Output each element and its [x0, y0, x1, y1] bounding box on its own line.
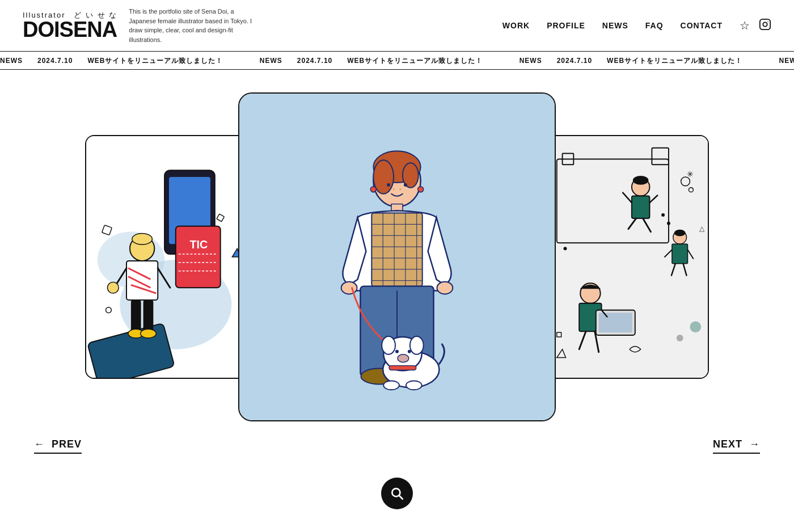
svg-point-1 — [763, 22, 767, 26]
center-card — [238, 92, 556, 421]
svg-point-72 — [633, 176, 649, 185]
svg-rect-69 — [652, 148, 669, 165]
svg-point-86 — [674, 230, 686, 237]
svg-point-61 — [410, 336, 424, 354]
svg-point-63 — [408, 350, 411, 353]
site-header: Illustrator ど い せ な DOISENA This is the … — [0, 0, 794, 52]
svg-rect-100 — [557, 332, 561, 337]
ticker-item: NEWS 2024.7.10 WEBサイトをリニューアル致しました！ — [779, 57, 794, 65]
svg-rect-81 — [599, 313, 632, 333]
next-button[interactable]: NEXT → — [713, 438, 760, 454]
svg-rect-26 — [102, 225, 112, 235]
nav-icons: ☆ — [740, 18, 771, 33]
ticker-bar: NEWS 2024.7.10 WEBサイトをリニューアル致しました！ NEWS … — [0, 52, 794, 70]
svg-text:△: △ — [699, 225, 705, 233]
svg-point-97 — [661, 213, 665, 217]
logo: Illustrator ど い せ な DOISENA — [23, 11, 117, 40]
nav-faq[interactable]: FAQ — [645, 21, 664, 30]
svg-line-91 — [683, 264, 687, 276]
svg-point-29 — [106, 307, 112, 313]
nav-news[interactable]: NEWS — [602, 21, 628, 30]
svg-point-99 — [564, 247, 567, 250]
nav-contact[interactable]: CONTACT — [681, 21, 723, 30]
prev-card: TIC — [85, 135, 250, 379]
svg-point-93 — [689, 188, 693, 192]
next-illustration: ✳ △ — [546, 136, 708, 378]
svg-point-37 — [404, 183, 407, 187]
svg-rect-0 — [760, 19, 770, 29]
nav-profile[interactable]: PROFILE — [547, 21, 585, 30]
svg-rect-21 — [131, 300, 141, 333]
svg-point-2 — [767, 21, 768, 22]
svg-point-60 — [382, 336, 395, 354]
svg-text:✳: ✳ — [687, 170, 694, 179]
svg-marker-96 — [557, 349, 566, 358]
svg-line-75 — [649, 196, 657, 203]
ticker-item: NEWS 2024.7.10 WEBサイトをリニューアル致しました！ — [0, 57, 223, 65]
svg-rect-43 — [371, 213, 422, 286]
svg-rect-65 — [389, 366, 416, 370]
svg-rect-87 — [672, 244, 688, 264]
prev-label: PREV — [52, 438, 82, 450]
ticker-item: NEWS 2024.7.10 WEBサイトをリニューアル致しました！ — [520, 57, 742, 65]
main-nav: WORK PROFILE NEWS FAQ CONTACT ☆ — [502, 18, 771, 33]
svg-point-36 — [387, 183, 390, 187]
svg-point-64 — [398, 354, 409, 362]
arrow-prev-icon: ← — [34, 438, 45, 450]
svg-line-74 — [623, 193, 632, 203]
svg-point-67 — [406, 381, 422, 390]
next-label: NEXT — [713, 438, 742, 450]
svg-point-98 — [667, 222, 670, 225]
prev-illustration: TIC — [86, 136, 248, 378]
svg-point-14 — [132, 234, 153, 245]
svg-point-41 — [341, 282, 357, 294]
svg-line-88 — [665, 250, 672, 257]
nav-work[interactable]: WORK — [502, 21, 530, 30]
svg-point-39 — [399, 188, 401, 190]
site-description: This is the portfolio site of Sena Doi, … — [129, 7, 254, 44]
svg-point-42 — [437, 282, 453, 294]
logo-group: Illustrator ど い せ な DOISENA This is the … — [23, 7, 254, 44]
svg-point-24 — [141, 329, 157, 338]
instagram-icon[interactable] — [759, 18, 771, 33]
logo-main: DOISENA — [23, 19, 117, 40]
arrow-next-icon: → — [749, 438, 760, 450]
prev-button[interactable]: ← PREV — [34, 438, 82, 454]
svg-point-94 — [690, 321, 701, 332]
svg-point-38 — [393, 188, 395, 190]
svg-point-62 — [395, 350, 399, 353]
svg-point-66 — [383, 381, 399, 390]
svg-rect-27 — [217, 214, 224, 221]
svg-point-25 — [107, 282, 119, 293]
carousel-section: TIC — [0, 70, 794, 433]
svg-point-35 — [418, 187, 424, 192]
svg-rect-73 — [632, 196, 650, 218]
next-card: ✳ △ — [544, 135, 709, 379]
center-illustration — [239, 94, 555, 420]
svg-line-89 — [687, 250, 693, 259]
ticker-item: NEWS 2024.7.10 WEBサイトをリニューアル致しました！ — [260, 57, 483, 65]
svg-rect-7 — [176, 226, 221, 288]
bookmark-icon[interactable]: ☆ — [740, 19, 750, 32]
svg-line-90 — [671, 264, 675, 276]
svg-point-34 — [370, 187, 376, 192]
svg-line-76 — [628, 218, 636, 229]
svg-point-95 — [677, 335, 683, 341]
svg-line-77 — [643, 218, 651, 232]
nav-buttons: ← PREV NEXT → — [0, 433, 794, 471]
svg-rect-15 — [126, 261, 158, 300]
svg-text:TIC: TIC — [189, 238, 208, 251]
svg-rect-22 — [143, 300, 154, 333]
ticker-inner: NEWS 2024.7.10 WEBサイトをリニューアル致しました！ NEWS … — [0, 55, 794, 66]
svg-line-83 — [579, 331, 586, 349]
